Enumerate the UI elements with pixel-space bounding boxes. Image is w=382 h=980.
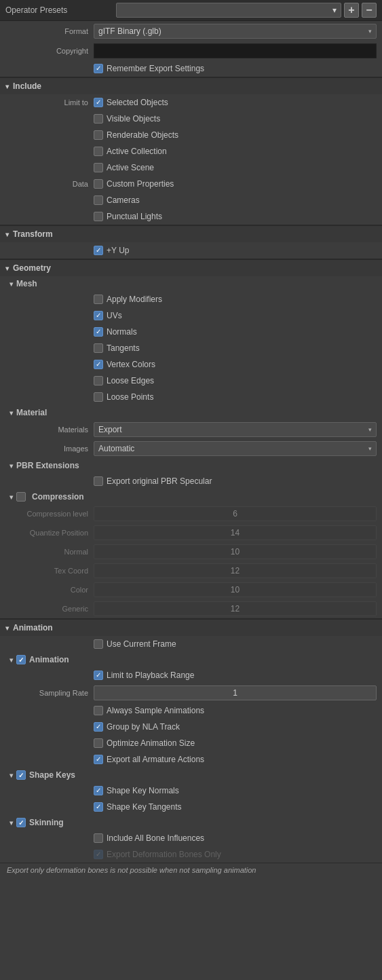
color-compression-label: Color <box>5 586 94 594</box>
pbr-specular-label: Export original PBR Specular <box>107 476 212 486</box>
selected-objects-checkbox[interactable] <box>94 98 103 107</box>
tangents-wrap[interactable]: Tangents <box>94 343 140 353</box>
renderable-objects-checkbox[interactable] <box>94 130 103 140</box>
shape-key-normals-row: Shape Key Normals <box>0 783 382 799</box>
loose-points-wrap[interactable]: Loose Points <box>94 392 153 402</box>
mesh-subsection-header[interactable]: ▾ Mesh <box>0 276 382 291</box>
pbr-specular-checkbox[interactable] <box>94 476 103 486</box>
shape-key-tangents-checkbox[interactable] <box>94 802 103 812</box>
animation-outer-arrow-icon: ▾ <box>5 624 9 632</box>
remember-checkbox-wrap[interactable]: Remember Export Settings <box>94 64 204 73</box>
generic-compression-row: Generic 12 <box>0 599 382 618</box>
pbr-specular-wrap[interactable]: Export original PBR Specular <box>94 476 212 486</box>
apply-modifiers-checkbox[interactable] <box>94 295 103 304</box>
remember-checkbox[interactable] <box>94 64 103 73</box>
animation-outer-section-header[interactable]: ▾ Animation <box>0 619 382 636</box>
uvs-wrap[interactable]: UVs <box>94 311 122 320</box>
materials-dropdown-arrow: ▾ <box>368 426 372 433</box>
loose-edges-wrap[interactable]: Loose Edges <box>94 376 154 385</box>
plus-y-up-wrap[interactable]: +Y Up <box>94 246 129 255</box>
uvs-checkbox[interactable] <box>94 311 103 320</box>
custom-properties-checkbox[interactable] <box>94 179 103 189</box>
cameras-checkbox[interactable] <box>94 195 103 205</box>
bone-influences-wrap[interactable]: Include All Bone Influences <box>94 833 204 843</box>
apply-modifiers-wrap[interactable]: Apply Modifiers <box>94 295 162 304</box>
limit-playback-checkbox[interactable] <box>94 671 103 680</box>
group-nla-checkbox[interactable] <box>94 722 103 732</box>
loose-edges-checkbox[interactable] <box>94 376 103 385</box>
plus-y-up-label: +Y Up <box>107 246 129 255</box>
visible-objects-wrap[interactable]: Visible Objects <box>94 114 160 124</box>
quantize-position-row: Quantize Position 14 <box>0 523 382 542</box>
always-sample-label: Always Sample Animations <box>107 706 204 715</box>
materials-dropdown[interactable]: Export ▾ <box>94 422 377 437</box>
renderable-objects-row: Renderable Objects <box>0 127 382 143</box>
optimize-animation-wrap[interactable]: Optimize Animation Size <box>94 738 195 748</box>
geometry-title: Geometry <box>13 263 51 273</box>
group-nla-wrap[interactable]: Group by NLA Track <box>94 722 180 732</box>
always-sample-checkbox[interactable] <box>94 706 103 715</box>
status-bar: Export only deformation bones is not pos… <box>0 863 382 877</box>
format-dropdown-arrow: ▾ <box>368 28 372 35</box>
limit-playback-wrap[interactable]: Limit to Playback Range <box>94 671 194 680</box>
vertex-colors-checkbox[interactable] <box>94 360 103 369</box>
normals-wrap[interactable]: Normals <box>94 327 137 337</box>
transform-section-body: +Y Up <box>0 242 382 259</box>
normals-checkbox[interactable] <box>94 327 103 337</box>
material-subsection-header[interactable]: ▾ Material <box>0 405 382 420</box>
shape-key-normals-wrap[interactable]: Shape Key Normals <box>94 786 179 795</box>
shape-keys-enabled-checkbox[interactable] <box>16 770 26 780</box>
shape-key-normals-checkbox[interactable] <box>94 786 103 795</box>
active-scene-wrap[interactable]: Active Scene <box>94 163 154 172</box>
tangents-checkbox[interactable] <box>94 343 103 353</box>
export-armature-checkbox[interactable] <box>94 755 103 764</box>
use-current-frame-wrap[interactable]: Use Current Frame <box>94 639 176 649</box>
active-collection-checkbox[interactable] <box>94 147 103 156</box>
images-dropdown[interactable]: Automatic ▾ <box>94 441 377 456</box>
custom-properties-wrap[interactable]: Custom Properties <box>94 179 174 189</box>
export-armature-label: Export all Armature Actions <box>107 755 204 764</box>
tangents-label: Tangents <box>107 343 140 353</box>
include-section-header[interactable]: ▾ Include <box>0 77 382 94</box>
skinning-subsection-header[interactable]: ▾ Skinning <box>0 815 382 830</box>
format-dropdown[interactable]: gITF Binary (.glb) ▾ <box>94 24 377 39</box>
vertex-colors-wrap[interactable]: Vertex Colors <box>94 360 155 369</box>
mesh-items: Apply Modifiers UVs <box>0 291 382 405</box>
loose-points-label: Loose Points <box>107 392 153 402</box>
always-sample-wrap[interactable]: Always Sample Animations <box>94 706 204 715</box>
presets-remove-button[interactable]: − <box>362 3 377 18</box>
shape-keys-subsection-header[interactable]: ▾ Shape Keys <box>0 768 382 783</box>
tex-coord-value: 12 <box>94 563 377 578</box>
presets-add-button[interactable]: + <box>344 3 359 18</box>
plus-y-up-checkbox[interactable] <box>94 246 103 255</box>
presets-select[interactable]: ▾ <box>116 3 341 18</box>
animation-enabled-checkbox[interactable] <box>16 655 26 664</box>
active-scene-checkbox[interactable] <box>94 163 103 172</box>
uvs-row: UVs <box>0 307 382 324</box>
loose-edges-row: Loose Edges <box>0 373 382 389</box>
selected-objects-wrap[interactable]: Selected Objects <box>94 98 168 107</box>
compression-enabled-checkbox[interactable] <box>16 492 26 502</box>
use-current-frame-checkbox[interactable] <box>94 639 103 649</box>
animation-subsection-header[interactable]: ▾ Animation <box>0 652 382 667</box>
shape-key-tangents-wrap[interactable]: Shape Key Tangents <box>94 802 182 812</box>
cameras-wrap[interactable]: Cameras <box>94 195 140 205</box>
transform-section-header[interactable]: ▾ Transform <box>0 225 382 242</box>
remember-row: Remember Export Settings <box>0 60 382 77</box>
punctual-lights-wrap[interactable]: Punctual Lights <box>94 212 162 221</box>
optimize-animation-checkbox[interactable] <box>94 738 103 748</box>
visible-objects-checkbox[interactable] <box>94 114 103 124</box>
bone-influences-checkbox[interactable] <box>94 833 103 843</box>
optimize-animation-label: Optimize Animation Size <box>107 738 195 748</box>
pbr-subsection-header[interactable]: ▾ PBR Extensions <box>0 458 382 473</box>
compression-subsection-header[interactable]: ▾ Compression <box>0 489 382 504</box>
export-armature-wrap[interactable]: Export all Armature Actions <box>94 755 204 764</box>
sampling-rate-value[interactable]: 1 <box>94 685 377 700</box>
punctual-lights-checkbox[interactable] <box>94 212 103 221</box>
active-collection-wrap[interactable]: Active Collection <box>94 147 167 156</box>
loose-points-checkbox[interactable] <box>94 392 103 402</box>
geometry-section-header[interactable]: ▾ Geometry <box>0 259 382 276</box>
renderable-objects-wrap[interactable]: Renderable Objects <box>94 130 178 140</box>
copyright-input[interactable] <box>94 43 377 58</box>
skinning-enabled-checkbox[interactable] <box>16 818 26 827</box>
